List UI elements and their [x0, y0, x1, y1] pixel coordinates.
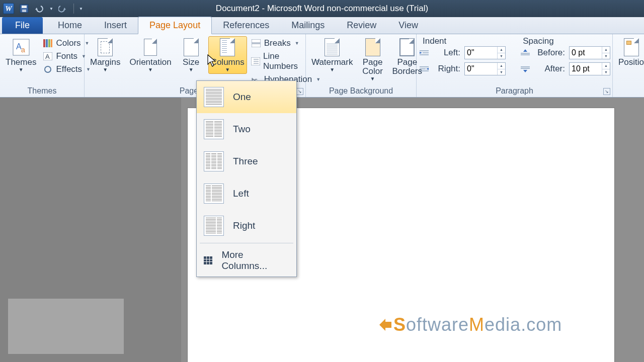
svg-rect-7 — [46, 39, 48, 47]
paragraph-launcher-icon[interactable]: ↘ — [603, 88, 610, 95]
navigation-pane — [0, 98, 181, 362]
tab-home[interactable]: Home — [47, 17, 93, 34]
effects-button[interactable]: Effects▼ — [43, 63, 91, 75]
thumbnail-strip — [8, 299, 124, 354]
ribbon-tabs: File Home Insert Page Layout References … — [0, 17, 644, 34]
qat-save-icon[interactable] — [19, 4, 29, 14]
group-paragraph: Indent Spacing Left: 0"▲▼ Right: 0"▲▼ — [417, 34, 613, 97]
line-numbers-button[interactable]: Line Numbers▼ — [251, 50, 320, 72]
tab-review[interactable]: Review — [336, 17, 387, 34]
spacing-heading: Spacing — [523, 36, 553, 46]
columns-option-one[interactable]: One — [197, 81, 296, 113]
effects-icon — [43, 65, 53, 74]
margins-button[interactable]: Margins▼ — [88, 36, 123, 74]
one-column-icon — [204, 87, 224, 107]
group-themes-label: Themes — [3, 86, 81, 97]
indent-heading: Indent — [423, 36, 446, 46]
columns-button[interactable]: Columns▼ — [208, 36, 247, 74]
svg-rect-9 — [51, 39, 52, 47]
group-page-background-label: Page Background — [309, 86, 413, 97]
window-title: Document2 - Microsoft Word non-commercia… — [216, 4, 428, 14]
qat-undo-icon[interactable] — [34, 4, 44, 14]
breaks-button[interactable]: Breaks▼ — [251, 37, 320, 49]
size-button[interactable]: Size▼ — [178, 36, 204, 74]
svg-rect-13 — [252, 39, 261, 43]
themes-button[interactable]: Aa Themes ▼ — [3, 36, 39, 74]
group-themes: Aa Themes ▼ Colors▼ A Fonts▼ Effects▼ — [0, 34, 85, 97]
tab-insert[interactable]: Insert — [93, 17, 138, 34]
two-column-icon — [204, 119, 224, 139]
columns-option-more[interactable]: More Columns... — [197, 244, 296, 277]
more-columns-icon — [204, 256, 212, 264]
columns-option-two[interactable]: Two — [197, 113, 296, 145]
tab-references[interactable]: References — [212, 17, 280, 34]
columns-option-left[interactable]: Left — [197, 177, 296, 210]
spacing-before-icon — [521, 49, 530, 56]
svg-rect-14 — [252, 44, 261, 47]
svg-rect-1 — [22, 6, 27, 8]
svg-rect-6 — [43, 39, 45, 47]
colors-button[interactable]: Colors▼ — [43, 37, 91, 49]
fonts-button[interactable]: A Fonts▼ — [43, 50, 91, 62]
tab-view[interactable]: View — [387, 17, 429, 34]
menu-separator — [200, 243, 293, 243]
left-column-icon — [204, 184, 224, 204]
svg-point-12 — [45, 66, 51, 72]
svg-rect-8 — [48, 39, 50, 47]
group-page-background: Watermark▼ Page Color▼ Page Borders Page… — [306, 34, 417, 97]
orientation-button[interactable]: Orientation▼ — [127, 36, 174, 74]
page-setup-launcher-icon[interactable]: ↘ — [296, 88, 303, 95]
word-app-icon: W — [3, 3, 14, 14]
tab-mailings[interactable]: Mailings — [280, 17, 336, 34]
indent-left-icon — [420, 49, 429, 56]
indent-left-input[interactable]: 0"▲▼ — [464, 46, 506, 59]
columns-dropdown: One Two Three Left Right More Columns... — [196, 80, 297, 277]
line-numbers-icon — [251, 57, 260, 66]
themes-label: Themes — [6, 58, 36, 67]
position-button[interactable]: Positio — [616, 36, 644, 68]
ribbon: Aa Themes ▼ Colors▼ A Fonts▼ Effects▼ — [0, 34, 644, 98]
watermark-logo: SoftwareMedia.com — [377, 314, 562, 335]
indent-right-input[interactable]: 0"▲▼ — [464, 62, 506, 75]
spacing-after-icon — [521, 65, 530, 72]
page-color-button[interactable]: Page Color▼ — [360, 36, 386, 83]
tab-file[interactable]: File — [2, 17, 43, 34]
svg-text:A: A — [45, 53, 50, 60]
tab-page-layout[interactable]: Page Layout — [138, 17, 212, 34]
qat-redo-icon[interactable] — [58, 4, 68, 14]
columns-option-right[interactable]: Right — [197, 210, 296, 242]
group-paragraph-label: Paragraph — [420, 86, 609, 97]
group-arrange: Positio — [613, 34, 644, 97]
svg-text:a: a — [21, 46, 25, 54]
columns-option-three[interactable]: Three — [197, 145, 296, 177]
right-column-icon — [204, 216, 224, 236]
spacing-before-input[interactable]: 0 pt▲▼ — [569, 46, 610, 59]
fonts-icon: A — [43, 52, 53, 61]
spacing-after-input[interactable]: 10 pt▲▼ — [569, 62, 610, 75]
breaks-icon — [251, 39, 261, 48]
colors-icon — [43, 39, 53, 48]
title-bar: W ▼ ▼ Document2 - Microsoft Word non-com… — [0, 0, 644, 17]
three-column-icon — [204, 151, 224, 171]
indent-right-icon — [420, 65, 429, 72]
svg-rect-2 — [22, 10, 26, 12]
